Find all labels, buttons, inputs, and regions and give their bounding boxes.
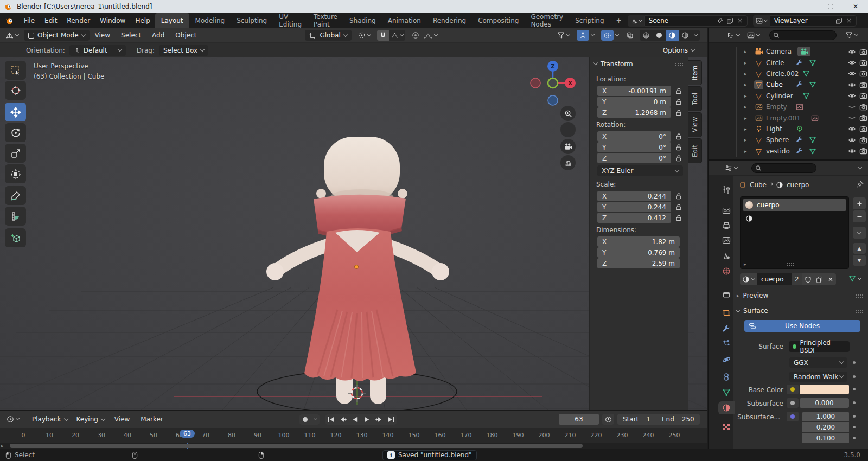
camera-data-icon[interactable] [797,47,810,56]
dimensions-y-field[interactable]: Y0.769 m [597,247,680,258]
decorator-dot[interactable] [853,426,856,428]
breadcrumb-object[interactable]: Cube [750,181,767,189]
scene-type-icon[interactable] [628,15,644,27]
move-slot-down-button[interactable]: ▼ [853,255,866,266]
snap-toggle[interactable] [377,30,389,41]
material-slot-2[interactable] [743,213,846,224]
sidebar-tab-edit[interactable]: Edit [688,138,702,163]
remove-slot-button[interactable] [853,210,866,222]
properties-options-dropdown[interactable] [856,163,864,174]
sidebar-tab-view[interactable]: View [688,112,702,137]
jump-to-prev-keyframe-button[interactable] [337,414,349,425]
image-data-icon[interactable] [810,114,819,123]
menu-object[interactable]: Object [170,31,202,39]
playhead-current-frame[interactable]: 63 [180,430,195,438]
modifier-wrench-icon[interactable] [795,80,804,89]
timeline-marker-menu[interactable]: Marker [135,415,168,423]
decorator-dot[interactable] [853,388,856,390]
browse-material-dropdown[interactable] [740,273,757,285]
toggle-xray[interactable] [624,30,636,41]
hide-eye-icon[interactable] [847,92,856,100]
keying-menu[interactable]: Keying [72,414,109,425]
disable-render-icon[interactable] [859,125,867,133]
subsurface-method-dropdown[interactable]: Random Walk [789,372,847,382]
location-x-field[interactable]: X-0.00191 m [597,86,671,96]
decorator-dot[interactable] [853,375,856,378]
close-button[interactable]: ✕ [843,0,868,13]
menu-add[interactable]: Add [146,31,170,39]
move-slot-up-button[interactable]: ▲ [853,243,866,254]
transform-orientation-dropdown[interactable]: Global [305,30,351,41]
mesh-data-icon[interactable] [808,147,817,156]
hide-eye-icon[interactable] [847,47,856,56]
tab-texture[interactable] [719,420,733,433]
outliner-search-input[interactable] [769,30,837,40]
decorator-dot[interactable] [853,415,856,418]
modifier-wrench-icon[interactable] [795,59,804,67]
rotation-y-field[interactable]: Y0° [597,142,671,152]
play-button[interactable] [361,414,373,425]
outliner-row-circle-002[interactable]: ▸ ▽ Circle.002 [709,68,868,79]
distribution-dropdown[interactable]: GGX [789,357,847,368]
disable-render-icon[interactable] [859,114,867,123]
disable-render-icon[interactable] [859,69,867,78]
workspace-tab-animation[interactable]: Animation [382,13,427,28]
hide-eye-icon[interactable] [847,147,856,156]
lock-icon[interactable] [674,154,683,163]
menu-view[interactable]: View [90,31,116,39]
transform-panel-header[interactable]: Transform [590,57,688,71]
location-y-field[interactable]: Y0 m [597,97,671,107]
scale-x-field[interactable]: X0.244 [597,191,671,201]
mesh-data-icon[interactable] [802,92,810,100]
outliner-row-circle[interactable]: ▸ ▽ Circle [709,57,868,68]
workspace-tab-scripting[interactable]: Scripting [569,13,610,28]
options-dropdown[interactable]: Options [659,45,699,56]
viewlayer-selector[interactable]: ViewLayer [770,15,857,27]
mode-dropdown[interactable]: Object Mode [24,30,90,41]
jump-to-end-button[interactable] [385,414,397,425]
tool-add-cube[interactable] [5,228,26,247]
outliner-row-sphere[interactable]: ▸ ▽ Sphere [709,135,868,145]
disable-render-icon[interactable] [859,92,867,100]
character-model[interactable] [266,137,449,404]
node-tree-dropdown[interactable] [846,273,863,284]
disable-render-icon[interactable] [859,136,867,144]
tab-physics[interactable] [719,353,733,366]
sidebar-tab-tool[interactable]: Tool [688,86,702,111]
lock-icon[interactable] [674,203,683,212]
tab-view-layer[interactable] [719,234,733,247]
tool-cursor[interactable] [5,81,26,100]
object-visibility-filter-dropdown[interactable] [555,30,572,41]
workspace-tab-texture-paint[interactable]: Texture Paint [308,13,343,28]
workspace-tab-layout[interactable]: Layout [155,13,189,28]
subsurface-radius-socket[interactable] [787,412,799,421]
list-expand-icon[interactable]: ▸ [744,261,746,267]
pan-hand-button[interactable] [560,122,576,137]
surface-shader-button[interactable]: Principled BSDF [789,341,850,352]
menu-select[interactable]: Select [116,31,146,39]
outliner-display-mode-dropdown[interactable] [745,30,762,41]
properties-search-input[interactable] [751,163,816,173]
drag-dropdown[interactable]: Select Box [159,45,208,56]
base-color-swatch[interactable] [800,385,849,394]
disable-render-icon[interactable] [859,103,867,111]
pin-icon[interactable] [716,17,723,24]
subsurface-radius-x-field[interactable]: 1.000 [802,412,849,421]
base-color-socket[interactable] [787,385,799,394]
new-material-copy-icon[interactable] [814,273,825,285]
decorator-dot[interactable] [853,401,856,404]
fake-user-shield-icon[interactable] [802,273,814,285]
outliner-row-vestido[interactable]: ▸ ▽ vestido [709,146,868,157]
camera-view-button[interactable] [560,139,576,154]
jump-to-next-keyframe-button[interactable] [373,414,385,425]
tab-collection-properties[interactable] [719,288,733,301]
orientation-dropdown[interactable]: Default [69,45,126,56]
tab-world[interactable] [719,265,733,278]
remove-viewlayer-icon[interactable] [846,17,852,24]
outliner-row-camera[interactable]: ▸ Camera [709,46,868,57]
orthographic-toggle-button[interactable] [560,155,576,170]
decorator-dot[interactable] [853,437,856,439]
timeline-view-menu[interactable]: View [109,415,135,423]
workspace-tab-sculpting[interactable]: Sculpting [231,13,273,28]
hidden-eye-closed-icon[interactable] [847,103,856,111]
